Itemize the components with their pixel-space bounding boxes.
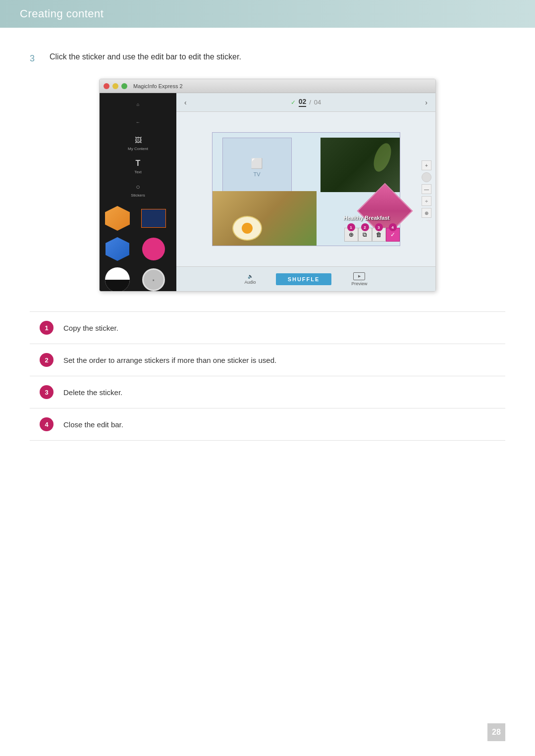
edit-btn-number-2: 2 [361,223,369,231]
main-content: 3 Click the sticker and use the edit bar… [0,28,535,460]
page-number-badge: 28 [487,723,505,741]
canvas-slide: ⬜ TV Healthy Breakfast [212,132,400,246]
stickers-icon: ○ [133,181,144,192]
badge-3: 3 [40,385,54,399]
badge-2: 2 [40,353,54,367]
audio-icon: 🔈 [248,274,253,279]
circle-control[interactable] [422,172,431,182]
sidebar-item-home[interactable]: ⌂ [100,97,176,112]
sticker-pink-circle[interactable] [140,235,167,263]
header-bar: Creating content [0,0,535,28]
numbered-item-1: 1 Copy the sticker. [30,312,505,344]
delete-sticker-button[interactable]: 3 🗑 [372,228,386,242]
page-indicator: ✓ 02 / 04 [291,98,321,107]
canvas-right-controls: + — ÷ ⊕ [422,160,431,218]
sidebar-item-stickers[interactable]: ○ Stickers [100,179,176,200]
step-instruction: Click the sticker and use the edit bar t… [50,52,241,61]
food-egg [232,216,262,241]
item-1-text: Copy the sticker. [63,324,118,332]
sidebar-item-text[interactable]: T Text [100,156,176,176]
step-row: 3 Click the sticker and use the edit bar… [30,52,505,64]
page-title: Creating content [20,7,104,20]
tv-icon: ⬜ [251,157,263,169]
sticker-blue-hex[interactable] [104,235,131,263]
app-bottombar: 🔈 Audio SHUFFLE ▶ Preview [176,266,435,291]
stickers-label: Stickers [131,193,145,198]
sticker-orange-hex[interactable] [104,204,131,232]
right-arrow-icon[interactable]: › [425,99,428,106]
numbered-list: 1 Copy the sticker. 2 Set the order to a… [30,311,505,441]
delete-icon: 🗑 [376,231,382,238]
tv-label: TV [253,171,260,177]
salad-highlight [370,141,394,174]
numbered-item-3: 3 Delete the sticker. [30,376,505,408]
left-arrow-icon[interactable]: ‹ [184,99,187,106]
item-4-text: Close the edit bar. [63,420,123,429]
checkmark-icon: ✓ [291,99,296,106]
total-pages: 04 [314,99,321,106]
nav-next[interactable]: › [425,99,428,106]
close-editbar-button[interactable]: 4 ✓ [386,228,400,242]
text-label: Text [134,170,142,174]
window-titlebar: MagicInfo Express 2 [100,79,435,93]
sticker-overlay[interactable] [365,191,405,231]
healthy-breakfast-text: Healthy Breakfast [344,215,390,221]
app-canvas: ⬜ TV Healthy Breakfast [176,112,435,266]
numbered-item-2: 2 Set the order to arrange stickers if m… [30,344,505,376]
separator: / [309,99,311,106]
preview-label: Preview [351,281,367,286]
tv-placeholder: ⬜ TV [222,138,292,197]
sticker-badge[interactable]: ★ [140,266,167,291]
numbered-item-4: 4 Close the edit bar. [30,408,505,441]
sticker-grid: ★ LABEL [100,202,176,291]
badge-1: 1 [40,321,54,335]
edit-btn-number-3: 3 [375,223,383,231]
edit-toolbar: 1 ⊕ 2 ⧉ 3 🗑 4 [344,228,400,242]
sidebar-item-back[interactable]: ← [100,115,176,130]
home-icon: ⌂ [133,99,144,110]
copy-icon: ⊕ [349,231,354,238]
badge-4: 4 [40,417,54,431]
salad-image [321,138,400,192]
audio-control[interactable]: 🔈 Audio [245,274,256,285]
copy-button[interactable]: ⊕ [422,208,431,218]
sticker-dark-rect[interactable] [140,204,167,232]
step-number: 3 [30,53,42,64]
current-page: 02 [299,98,307,107]
edit-btn-number-4: 4 [389,223,397,231]
sticker-half-circle[interactable] [104,266,131,291]
shuffle-button[interactable]: SHUFFLE [276,273,332,285]
app-main-area: ‹ ✓ 02 / 04 › [176,93,435,291]
back-icon: ← [133,117,144,128]
nav-previous[interactable]: ‹ [184,99,187,106]
sidebar-item-mycontent[interactable]: 🖼 My Content [100,133,176,153]
edit-btn-number-1: 1 [347,223,355,231]
zoom-in-button[interactable]: + [422,160,431,170]
text-icon: T [133,158,144,169]
window-minimize-button[interactable] [112,83,118,89]
app-topbar: ‹ ✓ 02 / 04 › [176,93,435,112]
audio-label: Audio [245,280,256,285]
app-window: MagicInfo Express 2 ⌂ ← 🖼 My Content T [99,79,436,292]
item-3-text: Delete the sticker. [63,388,122,397]
mycontent-label: My Content [128,147,148,151]
window-maximize-button[interactable] [121,83,127,89]
mycontent-icon: 🖼 [133,135,144,146]
collapse-button[interactable]: — [422,184,431,194]
close-icon: ✓ [390,231,395,238]
copy-sticker-button[interactable]: 1 ⊕ [344,228,358,242]
order-icon: ⧉ [363,231,367,238]
split-button[interactable]: ÷ [422,196,431,206]
app-body: ⌂ ← 🖼 My Content T Text ○ Stickers [100,93,435,291]
order-sticker-button[interactable]: 2 ⧉ [358,228,372,242]
item-2-text: Set the order to arrange stickers if mor… [63,356,276,364]
app-sidebar: ⌂ ← 🖼 My Content T Text ○ Stickers [100,93,176,291]
food-image [213,191,317,246]
preview-icon: ▶ [353,272,365,280]
preview-control[interactable]: ▶ Preview [351,272,367,286]
window-title: MagicInfo Express 2 [133,83,183,89]
window-close-button[interactable] [104,83,109,89]
